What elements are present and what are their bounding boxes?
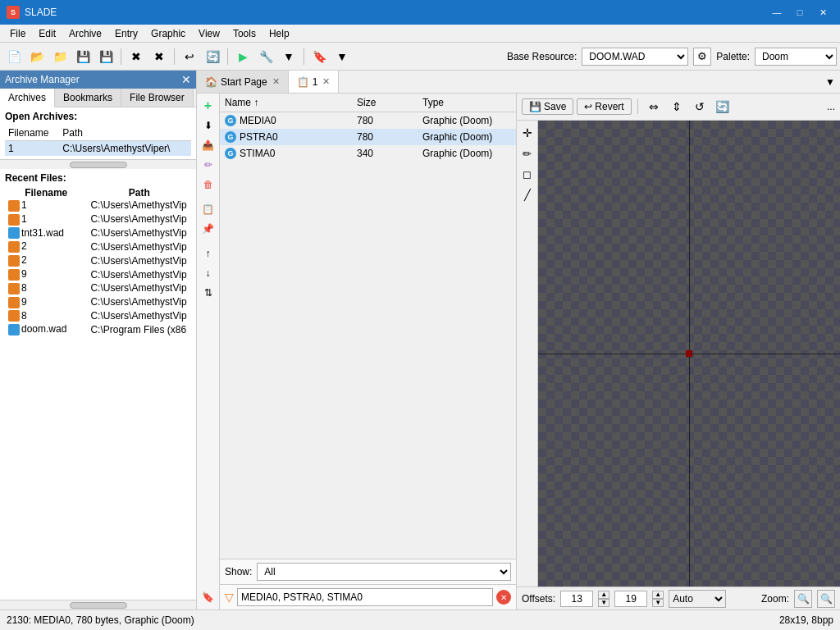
offset-y-spinner: ▲ ▼ [652, 591, 664, 607]
sort-btn[interactable]: ⇅ [199, 284, 217, 302]
move-down-btn[interactable]: ↓ [199, 264, 217, 282]
rotate-button[interactable]: ↺ [690, 97, 710, 116]
delete-btn[interactable]: 🗑 [199, 176, 217, 194]
entry-icon: G [225, 131, 236, 143]
list-item[interactable]: 9C:\Users\AmethystVip [5, 267, 191, 281]
bookmark-button[interactable]: 🔖 [308, 46, 330, 67]
save-all-button[interactable]: 💾 [95, 46, 116, 67]
base-resource-settings[interactable]: ⚙ [693, 48, 711, 66]
col-size[interactable]: Size [352, 95, 418, 110]
menu-help[interactable]: Help [262, 26, 296, 41]
table-row[interactable]: G STIMA0 340 Graphic (Doom) [220, 145, 516, 162]
menu-tools[interactable]: Tools [226, 26, 262, 41]
offset-y-down[interactable]: ▼ [652, 599, 664, 607]
pencil-tool[interactable]: ✏ [518, 144, 536, 162]
base-resource-select[interactable]: DOOM.WAD [582, 48, 688, 66]
new-button[interactable]: 📄 [3, 46, 25, 67]
move-up-btn[interactable]: ↑ [199, 244, 217, 262]
menu-graphic[interactable]: Graphic [144, 26, 192, 41]
tab-bookmarks[interactable]: Bookmarks [55, 89, 121, 107]
bookmark-dropdown[interactable]: ▼ [331, 46, 353, 67]
list-item[interactable]: 8C:\Users\AmethystVip [5, 281, 191, 295]
mirror-v-button[interactable]: ⇕ [667, 97, 687, 116]
table-row[interactable]: G PSTRA0 780 Graphic (Doom) [220, 129, 516, 145]
import-btn[interactable]: ⬇ [199, 116, 217, 135]
start-page-close[interactable]: ✕ [272, 76, 280, 87]
archive-tab-close[interactable]: ✕ [322, 76, 330, 87]
redo-button[interactable]: 🔄 [202, 46, 223, 67]
list-item[interactable]: 2C:\Users\AmethystVip [5, 240, 191, 253]
title-bar-left: S SLADE [7, 6, 57, 19]
crosshair-tool[interactable]: ✛ [518, 124, 536, 142]
toolbar-right: Base Resource: DOOM.WAD ⚙ Palette: Doom [507, 48, 837, 66]
menu-file[interactable]: File [3, 26, 32, 41]
copy-btn[interactable]: 📋 [199, 200, 217, 218]
filter-clear-button[interactable]: ✕ [496, 590, 511, 605]
palette-select[interactable]: Doom [755, 48, 837, 66]
offset-y-up[interactable]: ▲ [652, 591, 664, 599]
auto-offset-select[interactable]: Auto [669, 590, 726, 608]
entry-name: G MEDIA0 [220, 114, 352, 127]
graphic-more-button[interactable]: ... [827, 101, 835, 112]
config-button[interactable]: 🔧 [255, 46, 276, 67]
mirror-h-button[interactable]: ⇔ [644, 97, 664, 116]
table-row[interactable]: 1 C:\Users\AmethystViper\ [5, 141, 191, 157]
tab-overflow[interactable]: ▼ [820, 76, 840, 88]
save-button[interactable]: 💾 [72, 46, 94, 67]
tab-archive-1[interactable]: 📋 1 ✕ [289, 71, 340, 93]
col-name[interactable]: Name ↑ [220, 95, 352, 110]
open-folder-button[interactable]: 📁 [49, 46, 71, 67]
undo-button[interactable]: ↩ [179, 46, 200, 67]
zoom-out-button[interactable]: 🔍 [817, 590, 835, 608]
recent-scrollbar[interactable] [0, 600, 196, 609]
open-button[interactable]: 📂 [26, 46, 48, 67]
list-item[interactable]: 1C:\Users\AmethystVip [5, 199, 191, 212]
offset-x-input[interactable] [560, 591, 593, 607]
close-button[interactable]: ✕ [812, 4, 833, 21]
zoom-in-button[interactable]: 🔍 [794, 590, 812, 608]
list-item[interactable]: doom.wadC:\Program Files (x86 [5, 322, 191, 336]
menu-entry[interactable]: Entry [108, 26, 144, 41]
list-item[interactable]: 9C:\Users\AmethystVip [5, 295, 191, 309]
offset-y-input[interactable] [614, 591, 647, 607]
filter-input[interactable] [237, 588, 493, 606]
entry-panel: + ⬇ 📤 ✏ 🗑 📋 📌 ↑ ↓ ⇅ 🔖 [197, 94, 517, 609]
convert-button[interactable]: 🔄 [713, 97, 733, 116]
left-tools: ✛ ✏ ◻ ╱ [517, 121, 538, 587]
tab-archives[interactable]: Archives [0, 89, 55, 107]
list-item[interactable]: 1C:\Users\AmethystVip [5, 212, 191, 226]
menu-view[interactable]: View [192, 26, 226, 41]
list-item[interactable]: 8C:\Users\AmethystVip [5, 309, 191, 323]
offset-x-down[interactable]: ▼ [598, 599, 609, 607]
paste-btn[interactable]: 📌 [199, 220, 217, 238]
close-all-button[interactable]: ✖ [148, 46, 170, 67]
entry-size: 780 [352, 114, 418, 127]
run-button[interactable]: ▶ [232, 46, 253, 67]
offset-x-up[interactable]: ▲ [598, 591, 609, 599]
eraser-tool[interactable]: ◻ [518, 165, 536, 183]
export-btn[interactable]: 📤 [199, 136, 217, 154]
table-row[interactable]: G MEDIA0 780 Graphic (Doom) [220, 112, 516, 129]
menu-edit[interactable]: Edit [32, 26, 62, 41]
new-entry-btn[interactable]: + [199, 97, 217, 115]
graphic-save-button[interactable]: 💾 Save [522, 98, 573, 115]
line-tool[interactable]: ╱ [518, 185, 536, 203]
col-type[interactable]: Type [418, 95, 516, 110]
archive-manager-close[interactable]: ✕ [181, 73, 191, 86]
close-button-tb[interactable]: ✖ [126, 46, 147, 67]
archives-scrollbar[interactable] [0, 159, 196, 169]
minimize-button[interactable]: — [766, 4, 788, 21]
maximize-button[interactable]: □ [789, 4, 810, 21]
graphic-canvas[interactable] [538, 121, 840, 587]
rename-btn[interactable]: ✏ [199, 156, 217, 174]
graphic-revert-button[interactable]: ↩ Revert [577, 98, 631, 115]
show-select[interactable]: All [257, 563, 511, 581]
config-dropdown[interactable]: ▼ [278, 46, 299, 67]
menu-archive[interactable]: Archive [62, 26, 108, 41]
recent-path: C:\Users\AmethystVip [87, 295, 191, 309]
bookmark-entry-btn[interactable]: 🔖 [199, 588, 217, 606]
list-item[interactable]: tnt31.wadC:\Users\AmethystVip [5, 226, 191, 240]
list-item[interactable]: 2C:\Users\AmethystVip [5, 253, 191, 267]
tab-file-browser[interactable]: File Browser [121, 89, 194, 107]
tab-start-page[interactable]: 🏠 Start Page ✕ [197, 71, 289, 93]
